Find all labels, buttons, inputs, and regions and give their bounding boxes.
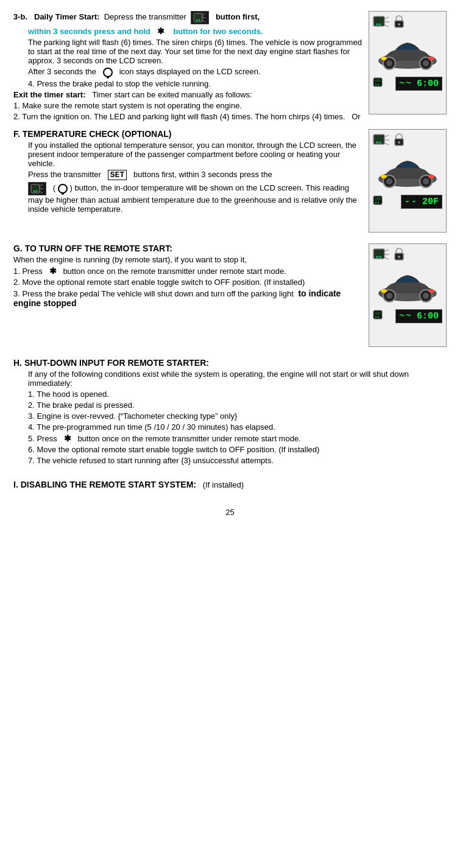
section-g-image-panel: ~ ~ 6:00	[369, 243, 447, 347]
section-f-body2-line: Press the transmitter SET buttons first,…	[28, 170, 363, 180]
svg-point-65	[386, 293, 392, 299]
page-content: 3-b. Daily Timer Start: Depress the tran…	[0, 0, 460, 868]
lock-icon-panel	[394, 15, 405, 30]
section-h-item2: 2. The brake pedal is pressed.	[28, 401, 447, 410]
lcd-time-display-1: ~ ~ 6:00	[395, 77, 442, 91]
svg-point-68	[381, 289, 387, 293]
svg-point-15	[398, 23, 400, 26]
section-g-item1-line: 1. Press ✱ button once on the remote tra…	[13, 266, 363, 276]
section-3b-image-panel: ~ ~ 6:00	[369, 11, 447, 114]
svg-rect-55	[375, 250, 382, 254]
section-h-item4: 4. The pre-programmed run time (5 /10 / …	[28, 422, 447, 432]
svg-point-10	[379, 23, 381, 26]
svg-point-21	[381, 57, 387, 60]
section-i-heading-line: I. DISABLING THE REMOTE START SYSTEM: (I…	[13, 480, 447, 489]
car-image-f	[373, 153, 442, 190]
transmitter-icon-2	[28, 182, 46, 195]
lcd-time-value-g: ~ 6:00	[406, 311, 439, 321]
lock-icon-panel-f	[394, 133, 405, 149]
page-number: 25	[13, 508, 447, 517]
section-i: I. DISABLING THE REMOTE START SYSTEM: (I…	[13, 480, 447, 489]
svg-line-40	[384, 143, 389, 145]
svg-point-37	[379, 141, 381, 144]
transmitter-icon-1	[191, 11, 209, 24]
section-h-item5-prefix: 5. Press	[28, 434, 57, 443]
remote-panel-icon-g	[373, 248, 390, 263]
svg-point-45	[386, 178, 392, 184]
lock-icon-panel-g	[394, 248, 405, 263]
svg-point-69	[428, 289, 434, 293]
section-h-item5-line: 5. Press ✱ button once on the remote tra…	[28, 433, 447, 443]
svg-point-2	[196, 19, 198, 21]
asterisk-icon-3: ✱	[64, 433, 71, 443]
section-g-item1b: button once on the remote transmitter un…	[63, 267, 286, 276]
svg-point-42	[398, 141, 400, 144]
section-h-item5-suffix: button once on the remote transmitter un…	[77, 434, 300, 443]
svg-point-18	[386, 60, 392, 66]
section-f-body1: If you installed the optional temperatur…	[28, 141, 363, 168]
svg-point-73	[378, 316, 379, 317]
svg-rect-51	[375, 197, 381, 200]
svg-point-36	[376, 141, 378, 144]
svg-point-9	[376, 23, 378, 26]
remote-panel-icon-1	[373, 15, 390, 30]
lcd-icon-1	[373, 77, 387, 91]
section-g: G. TO TURN OFF THE REMOTE START: When th…	[13, 243, 447, 347]
circle-icon-2	[58, 184, 68, 194]
svg-point-48	[381, 175, 387, 178]
lcd-time-display-g: ~ ~ 6:00	[395, 309, 442, 323]
section-f-image-panel: - - 20F	[369, 129, 447, 233]
svg-point-3	[199, 19, 200, 21]
svg-point-53	[378, 201, 379, 203]
lcd-row-g: ~ ~ 6:00	[373, 309, 442, 323]
section-f-panel-inner: - - 20F	[373, 133, 442, 209]
svg-rect-1	[195, 15, 201, 18]
section-3b-item4: 4. Press the brake pedal to stop the veh…	[28, 79, 363, 88]
lcd-icon-f	[373, 195, 387, 209]
svg-point-52	[375, 201, 377, 203]
section-3b-exit-body: Timer start can be exited manually as fo…	[92, 90, 252, 99]
section-3b-exit-title-line: Exit the timer start: Timer start can be…	[13, 90, 363, 99]
remote-top-1	[373, 15, 442, 30]
section-i-heading: I. DISABLING THE REMOTE START SYSTEM:	[13, 480, 196, 489]
lcd-icon-g	[373, 309, 387, 323]
asterisk-icon-1: ✱	[157, 26, 165, 36]
section-3b-text: 3-b. Daily Timer Start: Depress the tran…	[13, 11, 369, 123]
svg-rect-8	[375, 18, 382, 22]
svg-rect-28	[32, 186, 38, 189]
section-g-item3-line: 3. Press the brake pedal The vehicle wil…	[13, 289, 363, 308]
section-3b-intro: Depress the transmitter	[102, 12, 188, 21]
section-g-item1-text: 1. Press	[13, 267, 43, 276]
svg-rect-35	[375, 136, 382, 140]
svg-rect-24	[375, 79, 381, 82]
section-h-intro: If any of the following conditions exist…	[28, 369, 447, 388]
section-3b-panel-inner: ~ ~ 6:00	[373, 15, 442, 91]
svg-point-47	[423, 178, 429, 184]
section-g-container: G. TO TURN OFF THE REMOTE START: When th…	[13, 243, 447, 347]
section-h: H. SHUT-DOWN INPUT FOR REMOTE STARTER: I…	[13, 358, 447, 465]
lcd-tilde-1: ~	[399, 79, 405, 89]
set-text-icon: SET	[108, 170, 127, 180]
section-h-item3: 3. Engine is over-revved. {“Tachometer c…	[28, 411, 447, 421]
section-g-item2: 2. Move the optional remote start enable…	[13, 278, 363, 287]
section-g-panel-inner: ~ ~ 6:00	[373, 248, 442, 323]
section-3b-body1: The parking light will flash (6) times. …	[28, 38, 363, 65]
svg-point-30	[36, 190, 38, 192]
svg-point-20	[423, 60, 429, 66]
section-3b-cyan-text: within 3 seconds press and hold	[28, 27, 150, 36]
svg-line-38	[384, 135, 389, 137]
section-3b-title: Daily Timer Start:	[34, 12, 99, 21]
section-3b-cyan-line: within 3 seconds press and hold ✱ button…	[28, 26, 363, 36]
lcd-row-1: ~ ~ 6:00	[373, 77, 442, 91]
section-f-container: F. TEMPERATURE CHECK (OPTIONAL) If you i…	[13, 129, 447, 233]
svg-point-49	[428, 175, 434, 178]
svg-point-72	[375, 316, 377, 317]
remote-top-f	[373, 133, 442, 149]
lcd-time-value-1: ~ 6:00	[406, 79, 439, 89]
svg-point-29	[34, 190, 35, 192]
lcd-row-f: - - 20F	[373, 195, 442, 209]
svg-point-25	[375, 84, 377, 85]
section-3b-button-two-sec: button for two seconds.	[173, 27, 263, 36]
svg-point-56	[376, 256, 378, 258]
section-g-intro: When the engine is running (by remote st…	[13, 255, 363, 264]
